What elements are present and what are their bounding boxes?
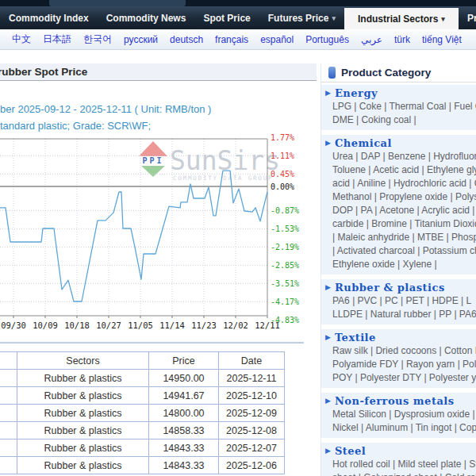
table-cell: Rubber & plastics [17, 405, 149, 422]
table-row[interactable]: Rubber & plastics14858.332025-12-08 [0, 422, 285, 440]
table-cell: Rubber & plastics [17, 387, 149, 405]
table-row[interactable]: Rubber & plastics14941.672025-12-10 [0, 387, 285, 405]
category-steel: ▶SteelHot rolled coil | Mild steel plate… [321, 443, 476, 476]
lang-link-t-rk[interactable]: türk [394, 34, 410, 45]
price-table: SectorsPriceDateRubber & plastics14950.0… [0, 351, 285, 474]
nav-item-futures-price[interactable]: Futures Price▾ [259, 6, 344, 29]
lang-link-[interactable]: 日本語 [43, 33, 71, 46]
category-title: Energy [335, 86, 378, 100]
lang-link-[interactable]: русский [124, 34, 158, 45]
y-tick-label: -3.51% [271, 279, 299, 288]
table-cell: 14800.00 [149, 405, 219, 422]
lang-link-portugu-s[interactable]: Português [305, 34, 349, 45]
y-tick-label: -2.85% [271, 261, 299, 270]
table-cell: 2025-12-06 [219, 457, 285, 474]
lang-link-[interactable]: 한국어 [83, 33, 112, 46]
category-title-row[interactable]: ▶Chemical [321, 136, 476, 150]
category-items-line[interactable]: | Activated charcoal | Potassium chlo [321, 244, 476, 258]
category-items-line[interactable]: Nickel | Aluminum | Tin ingot | Copp [321, 421, 476, 435]
y-tick-label: 0.45% [271, 170, 294, 178]
table-cell: 2025-12-09 [219, 405, 285, 422]
table-cell [0, 422, 17, 440]
category-title-row[interactable]: ▶Energy [321, 86, 476, 100]
category-items-line[interactable]: DME | Coking coal | [321, 113, 476, 127]
table-row[interactable]: Rubber & plastics14950.002025-12-11 [0, 370, 285, 387]
category-title-row[interactable]: ▶Steel [321, 444, 476, 458]
table-cell: 14843.33 [149, 440, 219, 457]
watermark-name: SunSirs [170, 145, 280, 176]
category-items-line[interactable]: Urea | DAP | Benzene | Hydrofluoric [321, 150, 476, 163]
category-items-line[interactable]: DOP | PA | Acetone | Acrylic acid | [321, 204, 476, 217]
x-tick-label: 11/23 [191, 321, 217, 330]
chevron-right-icon: ▶ [325, 331, 331, 344]
table-cell: 2025-12-11 [219, 370, 285, 387]
category-items-line[interactable]: POY | Polyester DTY | Polyester yar [321, 371, 476, 385]
lang-link-fran-ais[interactable]: français [215, 34, 248, 45]
price-line-series [0, 171, 267, 301]
category-energy: ▶EnergyLPG | Coke | Thermal Coal | Fuel … [321, 85, 476, 130]
category-items-line[interactable]: Methanol | Propylene oxide | Polysili [321, 190, 476, 204]
chevron-down-icon: ▾ [332, 14, 336, 22]
lang-link-espa-ol[interactable]: español [260, 34, 294, 45]
category-items-line[interactable]: Raw silk | Dried cocoons | Cotton Li [321, 344, 476, 358]
category-items-line[interactable]: PA6 | PVC | PC | PET | HDPE | L [321, 294, 476, 308]
page-title-bar: rubber Spot Price [0, 63, 317, 81]
category-items-line[interactable]: sheet | Galvanized sheet | Cold rolle [321, 471, 476, 476]
category-title-row[interactable]: ▶Textile [321, 331, 476, 344]
table-cell: Rubber & plastics [17, 457, 149, 474]
nav-item-commodity-news[interactable]: Commodity News [98, 6, 195, 29]
category-items-line[interactable]: acid | Aniline | Hydrochloric acid | C [321, 177, 476, 190]
x-tick-label: 10/09 [33, 321, 58, 330]
category-items-line[interactable]: Hot rolled coil | Mild steel plate | Ste [321, 458, 476, 471]
table-top-divider [0, 342, 304, 344]
nav-item-commodity-index[interactable]: Commodity Index [0, 6, 98, 29]
y-tick-label: -2.19% [271, 243, 299, 251]
table-cell: Rubber & plastics [17, 422, 149, 440]
language-bar: 中文日本語한국어русскийdeutschfrançaisespañolPor… [0, 29, 476, 50]
product-category-sidebar: Product Category ▶EnergyLPG | Coke | The… [321, 63, 476, 476]
table-row[interactable]: Rubber & plastics14800.002025-12-09 [0, 405, 285, 422]
category-items-line[interactable]: Polyamide FDY | Rayon yarn | Polye [321, 358, 476, 371]
page: Commodity IndexCommodity NewsSpot PriceF… [0, 0, 476, 476]
lang-link-[interactable]: 中文 [12, 33, 31, 46]
category-chemical: ▶ChemicalUrea | DAP | Benzene | Hydroflu… [321, 135, 476, 274]
x-tick-label: 11/14 [159, 321, 185, 330]
table-cell [0, 457, 17, 474]
x-tick-label: 12/11 [255, 321, 280, 330]
table-row[interactable]: Rubber & plastics14843.332025-12-06 [0, 457, 285, 474]
category-items-line[interactable]: | Maleic anhydride | MTBE | Phosph [321, 231, 476, 244]
category-rubber-plastics: ▶Rubber & plasticsPA6 | PVC | PC | PET |… [321, 279, 476, 324]
column-header: Price [149, 352, 219, 370]
table-cell: 14950.00 [149, 370, 219, 387]
table-cell: 2025-12-07 [219, 440, 285, 457]
category-items-line[interactable]: Metal Silicon | Dysprosium oxide | L [321, 408, 476, 421]
lang-link-deutsch[interactable]: deutsch [170, 34, 203, 45]
column-header: Date [219, 352, 285, 370]
x-tick-label: 10/27 [96, 321, 121, 330]
y-tick-label: 1.77% [271, 133, 294, 142]
category-title: Textile [335, 331, 376, 344]
nav-item-spot-price[interactable]: Spot Price [194, 6, 259, 29]
chart-info: ber 2025-09-12 - 2025-12-11 ( Unit: RMB/… [0, 101, 317, 134]
nav-item-industrial-sectors[interactable]: Industrial Sectors▾ [344, 8, 459, 29]
lang-link-[interactable]: عربي [361, 34, 382, 45]
category-items-line[interactable]: Ethylene oxide | Xylene | [321, 258, 476, 271]
lang-link-ti-ng-vi-t[interactable]: tiếng Việt [422, 34, 462, 45]
column-header: Sectors [17, 352, 149, 370]
table-cell [0, 440, 17, 457]
category-title: Non-ferrous metals [335, 394, 455, 408]
category-items-line[interactable]: carbide | Bromine | Titanium Dioxide [321, 217, 476, 231]
table-row[interactable]: Rubber & plastics14843.332025-12-07 [0, 440, 285, 457]
table-cell: 14843.33 [149, 457, 219, 474]
category-title-row[interactable]: ▶Rubber & plastics [321, 281, 476, 294]
category-items-line[interactable]: LPG | Coke | Thermal Coal | Fuel Oil | [321, 100, 476, 113]
table-cell: 14941.67 [149, 387, 219, 405]
watermark-tagline: COMMODITY DATA GROUP [173, 175, 273, 182]
nav-item-prices[interactable]: Prices [459, 6, 476, 29]
top-strip [0, 0, 476, 6]
sunsirs-watermark: PPISunSirsCOMMODITY DATA GROUP [139, 141, 280, 182]
category-items-line[interactable]: Toluene | Acetic acid | Ethylene glycol [321, 163, 476, 177]
table-cell [0, 370, 17, 387]
category-title-row[interactable]: ▶Non-ferrous metals [321, 394, 476, 408]
category-items-line[interactable]: LLDPE | Natural rubber | PP | PA66 [321, 308, 476, 321]
